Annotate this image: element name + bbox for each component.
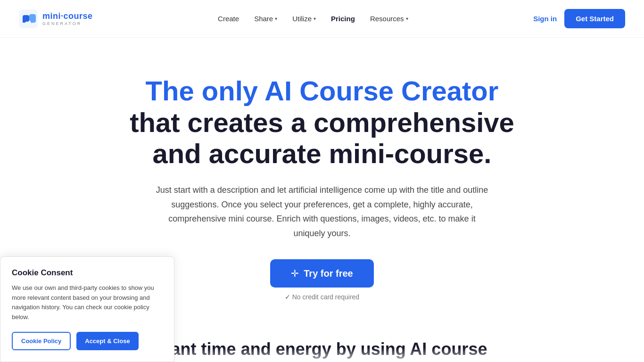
cookie-accept-button[interactable]: Accept & Close	[76, 332, 138, 350]
navbar: mini·course GENERATOR Create Share ▾ Uti…	[0, 0, 644, 38]
cookie-policy-button[interactable]: Cookie Policy	[12, 332, 71, 350]
nav-utilize[interactable]: Utilize ▾	[292, 15, 316, 23]
nav-actions: Sign in Get Started	[533, 9, 625, 28]
cookie-title: Cookie Consent	[12, 268, 163, 278]
logo-name-part2: course	[64, 11, 93, 21]
try-for-free-button[interactable]: ✛ Try for free	[270, 259, 373, 288]
hero-title-dark: that creates a comprehensive and accurat…	[130, 107, 514, 169]
hero-title-blue: The only AI Course Creator	[146, 75, 499, 106]
below-fold-line1: icant time and energy by using AI course…	[129, 338, 515, 362]
sign-in-link[interactable]: Sign in	[533, 15, 557, 23]
nav-links: Create Share ▾ Utilize ▾ Pricing Resourc…	[218, 15, 408, 23]
try-btn-label: Try for free	[304, 268, 353, 279]
nav-share[interactable]: Share ▾	[254, 15, 277, 23]
nav-pricing[interactable]: Pricing	[331, 15, 355, 23]
logo-sub: GENERATOR	[42, 21, 93, 26]
utilize-chevron-icon: ▾	[314, 16, 316, 21]
hero-title: The only AI Course Creator that creates …	[129, 75, 515, 170]
nav-create[interactable]: Create	[218, 15, 239, 23]
get-started-button[interactable]: Get Started	[564, 9, 625, 28]
cookie-text: We use our own and third-party cookies t…	[12, 283, 163, 322]
checkmark-icon: ✓	[285, 293, 292, 301]
cookie-actions: Cookie Policy Accept & Close	[12, 332, 163, 350]
logo-text: mini·course GENERATOR	[42, 11, 93, 26]
plus-icon: ✛	[291, 268, 299, 279]
hero-description: Just start with a description and let ar…	[152, 183, 492, 240]
cookie-banner: Cookie Consent We use our own and third-…	[0, 256, 174, 362]
nav-resources[interactable]: Resources ▾	[370, 15, 408, 23]
no-credit-card-label: ✓ No credit card required	[129, 293, 515, 301]
resources-chevron-icon: ▾	[406, 16, 408, 21]
logo[interactable]: mini·course GENERATOR	[19, 9, 93, 28]
logo-name-part1: mini	[42, 11, 61, 21]
logo-icon	[19, 9, 38, 28]
share-chevron-icon: ▾	[275, 16, 277, 21]
